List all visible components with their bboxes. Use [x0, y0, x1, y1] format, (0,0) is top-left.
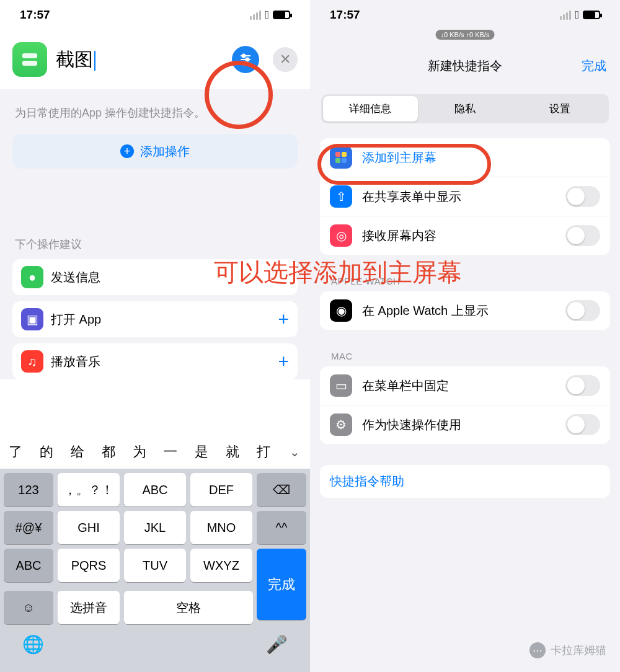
- gear-icon: ⚙: [330, 413, 352, 436]
- row-quick-action[interactable]: ⚙ 作为快速操作使用: [320, 405, 610, 444]
- svg-rect-1: [22, 61, 37, 66]
- menu-bar-icon: ▭: [330, 374, 352, 397]
- toggle-quick-action[interactable]: [565, 414, 600, 435]
- key-wxyz[interactable]: WXYZ: [190, 549, 252, 582]
- messages-icon: ●: [21, 266, 43, 288]
- open-app-icon: ▣: [21, 308, 43, 330]
- toggle-share-sheet[interactable]: [565, 186, 600, 207]
- signal-icon: [250, 11, 261, 20]
- toggle-apple-watch[interactable]: [565, 300, 600, 321]
- row-label: 接收屏幕内容: [362, 228, 436, 244]
- svg-rect-0: [22, 53, 37, 58]
- group-mac: ▭ 在菜单栏中固定 ⚙ 作为快速操作使用: [320, 366, 610, 444]
- toggle-receive-screen[interactable]: [565, 225, 600, 246]
- key-def[interactable]: DEF: [190, 473, 252, 506]
- share-icon: ⇧: [330, 185, 352, 208]
- tab-details[interactable]: 详细信息: [323, 96, 418, 122]
- group-apple-watch: ◉ 在 Apple Watch 上显示: [320, 291, 610, 330]
- key-123[interactable]: 123: [4, 473, 53, 506]
- key-pqrs[interactable]: PQRS: [58, 549, 120, 582]
- key-done[interactable]: 完成: [257, 549, 306, 620]
- modal-title: 新建快捷指令: [428, 58, 502, 74]
- row-label: 在 Apple Watch 上显示: [362, 303, 489, 319]
- screen-content-icon: ◎: [330, 224, 352, 247]
- candidate[interactable]: 了: [0, 443, 31, 461]
- status-icons: 􀙇: [250, 9, 290, 22]
- status-bar: 17:57 􀙇: [310, 0, 620, 30]
- key-ghi[interactable]: GHI: [58, 511, 120, 544]
- wifi-icon: 􀙇: [575, 9, 579, 22]
- candidate[interactable]: 的: [31, 443, 62, 461]
- shortcut-header: 截图 ✕: [0, 30, 310, 89]
- mic-icon[interactable]: 🎤: [266, 634, 288, 655]
- add-icon[interactable]: +: [278, 351, 289, 372]
- status-bar: 17:57 􀙇: [0, 0, 310, 30]
- candidate-bar[interactable]: 了 的 给 都 为 一 是 就 打 ⌄: [0, 435, 310, 469]
- suggestion-label: 发送信息: [51, 269, 100, 286]
- apple-watch-icon: ◉: [330, 299, 352, 322]
- annotation-circle: [205, 61, 273, 129]
- status-icons: 􀙇: [560, 9, 600, 22]
- annotation-text: 可以选择添加到主屏幕: [214, 255, 462, 290]
- expand-candidates-icon[interactable]: ⌄: [279, 444, 310, 459]
- row-menu-bar[interactable]: ▭ 在菜单栏中固定: [320, 366, 610, 405]
- key-space[interactable]: 空格: [124, 591, 253, 624]
- plus-icon: +: [120, 144, 134, 158]
- key-pinyin[interactable]: 选拼音: [58, 591, 120, 624]
- candidate[interactable]: 是: [186, 443, 217, 461]
- key-backspace[interactable]: ⌫: [257, 473, 306, 506]
- candidate[interactable]: 都: [93, 443, 124, 461]
- keyboard: 了 的 给 都 为 一 是 就 打 ⌄ 123 ，。？！ ABC DEF ⌫ #…: [0, 435, 310, 672]
- shortcut-title: 截图: [56, 49, 93, 69]
- key-mno[interactable]: MNO: [190, 511, 252, 544]
- key-emoji[interactable]: ☺: [4, 591, 53, 624]
- network-speed: ↓0 KB/s ↑0 KB/s: [436, 30, 495, 40]
- add-icon[interactable]: +: [278, 309, 289, 330]
- segmented-control[interactable]: 详细信息 隐私 设置: [321, 94, 609, 123]
- done-button[interactable]: 完成: [582, 58, 606, 74]
- svg-point-5: [246, 58, 249, 61]
- right-phone: 17:57 􀙇 ↓0 KB/s ↑0 KB/s 新建快捷指令 完成 详细信息 隐…: [310, 0, 620, 672]
- candidate[interactable]: 一: [155, 443, 186, 461]
- key-tone[interactable]: ^^: [257, 511, 306, 544]
- key-symbols[interactable]: #@¥: [4, 511, 53, 544]
- candidate[interactable]: 给: [62, 443, 93, 461]
- text-cursor: [94, 51, 95, 71]
- suggestion-label: 播放音乐: [51, 353, 100, 370]
- tab-privacy[interactable]: 隐私: [418, 96, 513, 122]
- left-body: 为日常使用的App 操作创建快捷指令。 + 添加操作 下个操作建议 ● 发送信息…: [0, 89, 310, 379]
- row-label: 在菜单栏中固定: [362, 378, 449, 394]
- key-punct[interactable]: ，。？！: [58, 473, 120, 506]
- shortcut-title-input[interactable]: 截图: [56, 47, 223, 73]
- help-label: 快捷指令帮助: [330, 473, 404, 490]
- key-tuv[interactable]: TUV: [124, 549, 186, 582]
- row-receive-screen[interactable]: ◎ 接收屏幕内容: [320, 216, 610, 255]
- key-abc[interactable]: ABC: [124, 473, 186, 506]
- close-button[interactable]: ✕: [273, 47, 298, 72]
- annotation-oval: [317, 144, 491, 185]
- toggle-menu-bar[interactable]: [565, 375, 600, 396]
- candidate[interactable]: 为: [124, 443, 155, 461]
- key-jkl[interactable]: JKL: [124, 511, 186, 544]
- music-icon: ♫: [21, 350, 43, 373]
- suggestion-label: 打开 App: [51, 311, 101, 328]
- status-time: 17:57: [330, 8, 360, 22]
- key-english[interactable]: ABC: [4, 549, 53, 582]
- tab-settings[interactable]: 设置: [512, 96, 607, 122]
- row-label: 在共享表单中显示: [362, 188, 461, 205]
- globe-icon[interactable]: 🌐: [22, 634, 44, 655]
- suggestion-open-app[interactable]: ▣ 打开 App +: [12, 301, 298, 337]
- suggestion-play-music[interactable]: ♫ 播放音乐 +: [12, 343, 298, 379]
- row-apple-watch[interactable]: ◉ 在 Apple Watch 上显示: [320, 291, 610, 330]
- watermark-text: 卡拉库姆猫: [551, 643, 606, 658]
- add-action-button[interactable]: + 添加操作: [12, 134, 298, 169]
- shortcut-app-icon[interactable]: [12, 42, 47, 77]
- wifi-icon: 􀙇: [265, 9, 269, 22]
- signal-icon: [560, 11, 571, 20]
- candidate[interactable]: 打: [248, 443, 279, 461]
- svg-point-3: [242, 55, 246, 58]
- row-help[interactable]: 快捷指令帮助: [320, 465, 610, 498]
- group-help: 快捷指令帮助: [320, 465, 610, 498]
- modal-header: 新建快捷指令 完成: [310, 48, 620, 83]
- candidate[interactable]: 就: [217, 443, 248, 461]
